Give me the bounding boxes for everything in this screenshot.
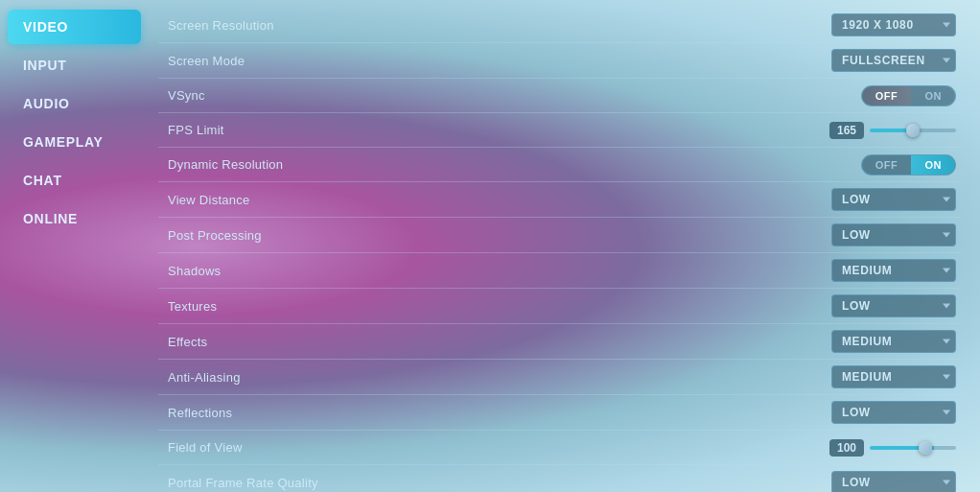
settings-row-shadows: ShadowsLOWMEDIUMHIGHEPIC	[158, 253, 961, 289]
slider-container-fps-limit: 165	[829, 122, 956, 139]
settings-row-anti-aliasing: Anti-AliasingLOWMEDIUMHIGHEPIC	[158, 360, 961, 395]
sidebar-item-video[interactable]: VIDEO	[8, 10, 141, 44]
settings-label-dynamic-resolution: Dynamic Resolution	[158, 157, 827, 172]
settings-control-view-distance: LOWMEDIUMHIGHEPIC	[827, 188, 961, 211]
settings-row-portal-frame-rate-quality: Portal Frame Rate QualityLOWMEDIUMHIGHEP…	[158, 465, 961, 492]
dropdown-screen-mode[interactable]: FULLSCREENWINDOWEDBORDERLESS	[831, 49, 956, 72]
settings-control-portal-frame-rate-quality: LOWMEDIUMHIGHEPIC	[827, 471, 961, 492]
settings-row-screen-mode: Screen ModeFULLSCREENWINDOWEDBORDERLESS	[158, 43, 961, 79]
dropdown-wrapper-screen-resolution: 1920 X 10802560 X 14403840 X 21601280 X …	[831, 13, 956, 36]
dropdown-view-distance[interactable]: LOWMEDIUMHIGHEPIC	[831, 188, 956, 211]
sidebar-item-input[interactable]: INPUT	[8, 48, 141, 82]
settings-label-field-of-view: Field of View	[158, 440, 827, 455]
dropdown-wrapper-effects: LOWMEDIUMHIGHEPIC	[831, 330, 956, 353]
settings-row-textures: TexturesLOWMEDIUMHIGHEPIC	[158, 289, 961, 324]
settings-control-shadows: LOWMEDIUMHIGHEPIC	[827, 259, 961, 282]
settings-row-post-processing: Post ProcessingLOWMEDIUMHIGHEPIC	[158, 218, 961, 253]
sidebar-item-online[interactable]: ONLINE	[8, 201, 141, 236]
slider-container-field-of-view: 100	[829, 439, 956, 457]
settings-row-fps-limit: FPS Limit165	[158, 113, 961, 148]
settings-row-vsync: VSyncOFFON	[158, 79, 961, 113]
settings-label-view-distance: View Distance	[158, 193, 827, 207]
settings-control-effects: LOWMEDIUMHIGHEPIC	[827, 330, 961, 353]
settings-label-anti-aliasing: Anti-Aliasing	[158, 370, 827, 385]
sidebar-item-audio[interactable]: AUDIO	[8, 86, 141, 121]
dropdown-textures[interactable]: LOWMEDIUMHIGHEPIC	[831, 294, 956, 317]
settings-control-textures: LOWMEDIUMHIGHEPIC	[827, 294, 961, 317]
sidebar: VIDEOINPUTAUDIOGAMEPLAYCHATONLINE	[0, 0, 149, 492]
settings-label-portal-frame-rate-quality: Portal Frame Rate Quality	[158, 476, 827, 490]
settings-label-post-processing: Post Processing	[158, 228, 827, 243]
toggle-group-dynamic-resolution: OFFON	[861, 154, 956, 176]
dropdown-anti-aliasing[interactable]: LOWMEDIUMHIGHEPIC	[831, 365, 956, 388]
dropdown-post-processing[interactable]: LOWMEDIUMHIGHEPIC	[831, 223, 956, 246]
settings-label-textures: Textures	[158, 299, 827, 314]
settings-row-dynamic-resolution: Dynamic ResolutionOFFON	[158, 148, 961, 182]
settings-control-anti-aliasing: LOWMEDIUMHIGHEPIC	[827, 365, 961, 388]
settings-label-vsync: VSync	[158, 88, 827, 103]
dropdown-effects[interactable]: LOWMEDIUMHIGHEPIC	[831, 330, 956, 353]
dropdown-reflections[interactable]: LOWMEDIUMHIGHEPIC	[831, 401, 956, 424]
dropdown-wrapper-portal-frame-rate-quality: LOWMEDIUMHIGHEPIC	[831, 471, 956, 492]
sidebar-item-gameplay[interactable]: GAMEPLAY	[8, 125, 141, 159]
settings-label-fps-limit: FPS Limit	[158, 123, 827, 137]
slider-value-fps-limit: 165	[829, 122, 864, 139]
settings-row-field-of-view: Field of View100	[158, 431, 961, 465]
dropdown-wrapper-shadows: LOWMEDIUMHIGHEPIC	[831, 259, 956, 282]
settings-label-reflections: Reflections	[158, 406, 827, 420]
settings-control-post-processing: LOWMEDIUMHIGHEPIC	[827, 223, 961, 246]
sidebar-item-chat[interactable]: CHAT	[8, 163, 141, 198]
toggle-off-vsync[interactable]: OFF	[862, 86, 912, 105]
dropdown-wrapper-reflections: LOWMEDIUMHIGHEPIC	[831, 401, 956, 424]
slider-value-field-of-view: 100	[829, 439, 864, 457]
dropdown-wrapper-post-processing: LOWMEDIUMHIGHEPIC	[831, 223, 956, 246]
toggle-on-vsync[interactable]: ON	[911, 86, 955, 105]
settings-row-effects: EffectsLOWMEDIUMHIGHEPIC	[158, 324, 961, 360]
dropdown-portal-frame-rate-quality[interactable]: LOWMEDIUMHIGHEPIC	[831, 471, 956, 492]
settings-control-vsync: OFFON	[827, 85, 961, 106]
settings-control-screen-resolution: 1920 X 10802560 X 14403840 X 21601280 X …	[827, 13, 961, 36]
dropdown-screen-resolution[interactable]: 1920 X 10802560 X 14403840 X 21601280 X …	[831, 13, 956, 36]
toggle-on-dynamic-resolution[interactable]: ON	[911, 155, 955, 175]
settings-label-screen-resolution: Screen Resolution	[158, 18, 827, 33]
settings-label-shadows: Shadows	[158, 264, 827, 278]
settings-row-screen-resolution: Screen Resolution1920 X 10802560 X 14403…	[158, 8, 961, 43]
settings-label-screen-mode: Screen Mode	[158, 54, 827, 68]
settings-control-fps-limit: 165	[827, 122, 961, 139]
slider-input-fps-limit[interactable]	[870, 129, 956, 132]
settings-control-reflections: LOWMEDIUMHIGHEPIC	[827, 401, 961, 424]
toggle-off-dynamic-resolution[interactable]: OFF	[862, 155, 912, 175]
toggle-group-vsync: OFFON	[861, 85, 956, 106]
settings-row-view-distance: View DistanceLOWMEDIUMHIGHEPIC	[158, 182, 961, 218]
slider-input-field-of-view[interactable]	[870, 446, 956, 450]
settings-row-reflections: ReflectionsLOWMEDIUMHIGHEPIC	[158, 395, 961, 431]
dropdown-wrapper-screen-mode: FULLSCREENWINDOWEDBORDERLESS	[831, 49, 956, 72]
settings-label-effects: Effects	[158, 335, 827, 349]
dropdown-shadows[interactable]: LOWMEDIUMHIGHEPIC	[831, 259, 956, 282]
dropdown-wrapper-view-distance: LOWMEDIUMHIGHEPIC	[831, 188, 956, 211]
settings-control-dynamic-resolution: OFFON	[827, 154, 961, 176]
dropdown-wrapper-anti-aliasing: LOWMEDIUMHIGHEPIC	[831, 365, 956, 388]
dropdown-wrapper-textures: LOWMEDIUMHIGHEPIC	[831, 294, 956, 317]
settings-control-field-of-view: 100	[827, 439, 961, 457]
settings-control-screen-mode: FULLSCREENWINDOWEDBORDERLESS	[827, 49, 961, 72]
main-content: Screen Resolution1920 X 10802560 X 14403…	[149, 0, 980, 492]
